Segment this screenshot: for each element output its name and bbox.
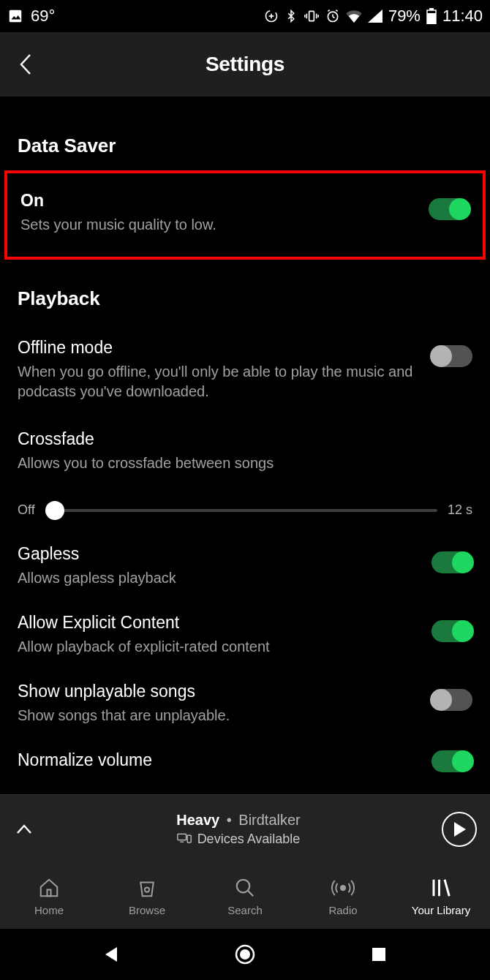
setting-desc: Allow playback of explicit-rated content xyxy=(18,637,417,657)
crossfade-slider-row: Off 12 s xyxy=(0,480,490,531)
search-icon xyxy=(234,876,256,900)
vibrate-icon xyxy=(304,9,320,23)
setting-title: On xyxy=(20,191,414,211)
now-playing-track: Heavy • Birdtalker xyxy=(35,812,442,829)
svg-point-27 xyxy=(341,885,345,889)
setting-title: Allow Explicit Content xyxy=(18,613,417,633)
android-recent-button[interactable] xyxy=(368,943,390,965)
svg-line-12 xyxy=(333,17,335,18)
tab-label: Your Library xyxy=(412,904,470,916)
wifi-icon xyxy=(346,10,362,23)
svg-rect-0 xyxy=(10,10,22,23)
setting-normalize[interactable]: Normalize volume xyxy=(0,737,490,782)
tab-label: Radio xyxy=(328,904,357,916)
setting-explicit[interactable]: Allow Explicit Content Allow playback of… xyxy=(0,600,490,668)
tab-label: Browse xyxy=(129,904,165,916)
browse-icon xyxy=(136,876,158,900)
status-bar: 69° 79% 11:40 xyxy=(0,0,490,32)
devices-icon xyxy=(177,833,192,845)
svg-marker-22 xyxy=(454,822,466,837)
tab-label: Home xyxy=(34,904,64,916)
setting-gapless[interactable]: Gapless Allows gapless playback xyxy=(0,531,490,600)
data-saver-toggle[interactable] xyxy=(429,198,470,220)
explicit-toggle[interactable] xyxy=(431,620,472,642)
svg-line-14 xyxy=(336,10,338,12)
library-icon xyxy=(430,876,452,900)
normalize-toggle[interactable] xyxy=(431,750,472,772)
now-playing-bar[interactable]: Heavy • Birdtalker Devices Available xyxy=(0,794,490,863)
setting-desc: Allows you to crossfade between songs xyxy=(18,453,458,473)
setting-crossfade: Crossfade Allows you to crossfade betwee… xyxy=(0,413,490,480)
svg-marker-31 xyxy=(105,947,117,962)
slider-max-label: 12 s xyxy=(448,502,472,518)
tab-home[interactable]: Home xyxy=(0,876,98,916)
data-saver-status-icon xyxy=(264,9,279,23)
pictures-icon xyxy=(7,8,23,24)
tab-browse[interactable]: Browse xyxy=(98,876,196,916)
svg-rect-19 xyxy=(177,834,186,840)
slider-thumb[interactable] xyxy=(45,501,64,520)
svg-rect-21 xyxy=(187,835,191,843)
svg-rect-18 xyxy=(427,13,436,24)
android-home-button[interactable] xyxy=(234,943,256,965)
back-button[interactable] xyxy=(15,53,38,76)
tab-label: Search xyxy=(227,904,263,916)
setting-title: Show unplayable songs xyxy=(18,682,417,701)
svg-rect-23 xyxy=(48,889,51,896)
section-header-playback: Playback xyxy=(0,287,490,310)
status-temperature: 69° xyxy=(31,7,55,26)
track-title: Heavy xyxy=(176,812,219,828)
offline-mode-toggle[interactable] xyxy=(431,345,472,367)
track-separator: • xyxy=(227,812,232,828)
tab-radio[interactable]: Radio xyxy=(294,876,392,916)
battery-icon xyxy=(426,8,437,24)
svg-line-13 xyxy=(328,10,330,12)
track-artist: Birdtalker xyxy=(238,812,300,828)
svg-line-26 xyxy=(248,890,254,896)
setting-desc: Show songs that are unplayable. xyxy=(18,706,417,725)
svg-point-33 xyxy=(240,949,250,960)
setting-title: Normalize volume xyxy=(18,750,417,770)
cell-signal-icon xyxy=(368,10,382,23)
tab-library[interactable]: Your Library xyxy=(392,876,490,916)
setting-data-saver[interactable]: On Sets your music quality to low. xyxy=(7,184,483,242)
gapless-toggle[interactable] xyxy=(431,551,472,573)
svg-rect-5 xyxy=(309,11,314,20)
svg-point-25 xyxy=(237,879,250,892)
home-icon xyxy=(38,876,60,900)
svg-point-24 xyxy=(145,887,149,892)
setting-title: Gapless xyxy=(18,544,417,564)
tab-search[interactable]: Search xyxy=(196,876,294,916)
setting-desc: Allows gapless playback xyxy=(18,568,417,588)
bluetooth-icon xyxy=(284,8,298,24)
setting-unplayable[interactable]: Show unplayable songs Show songs that ar… xyxy=(0,668,490,737)
svg-marker-15 xyxy=(368,10,382,23)
status-time: 11:40 xyxy=(442,7,483,26)
setting-title: Crossfade xyxy=(18,429,458,449)
highlighted-setting: On Sets your music quality to low. xyxy=(4,170,486,260)
setting-desc: When you go offline, you'll only be able… xyxy=(18,362,417,402)
alarm-icon xyxy=(325,9,340,23)
android-back-button[interactable] xyxy=(100,943,122,965)
svg-rect-34 xyxy=(372,948,385,961)
devices-label: Devices Available xyxy=(197,832,301,847)
radio-icon xyxy=(331,876,355,900)
page-title: Settings xyxy=(0,53,490,76)
devices-available[interactable]: Devices Available xyxy=(35,832,442,847)
crossfade-slider[interactable] xyxy=(45,509,437,512)
settings-content: Data Saver On Sets your music quality to… xyxy=(0,97,490,794)
chevron-up-icon[interactable] xyxy=(13,823,35,835)
settings-navbar: Settings xyxy=(0,32,490,97)
setting-title: Offline mode xyxy=(18,338,417,358)
battery-percentage: 79% xyxy=(388,7,421,26)
section-header-data-saver: Data Saver xyxy=(0,135,490,157)
unplayable-toggle[interactable] xyxy=(431,689,472,711)
svg-line-30 xyxy=(445,879,449,896)
slider-min-label: Off xyxy=(18,502,35,518)
play-button[interactable] xyxy=(442,812,477,847)
setting-offline-mode[interactable]: Offline mode When you go offline, you'll… xyxy=(0,326,490,413)
android-nav-bar xyxy=(0,929,490,980)
bottom-tabs: Home Browse Search Radio Your Library xyxy=(0,863,490,929)
setting-desc: Sets your music quality to low. xyxy=(20,215,414,235)
